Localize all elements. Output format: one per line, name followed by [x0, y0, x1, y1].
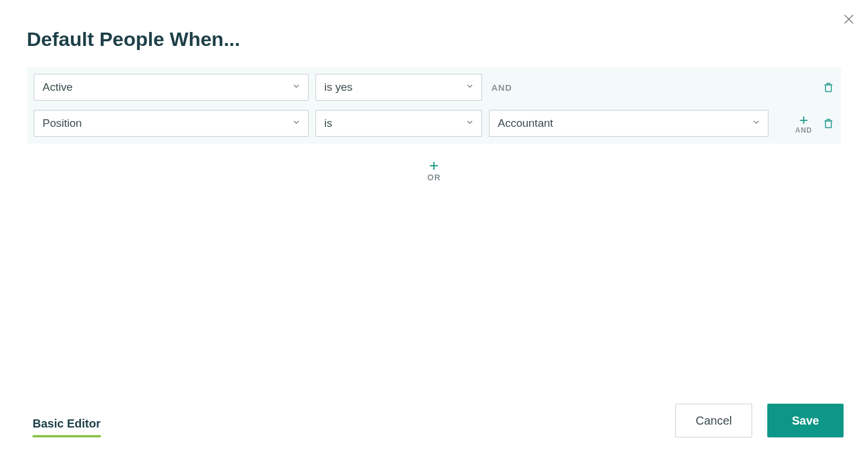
trash-icon: [823, 117, 834, 130]
conjunction-label: AND: [491, 83, 512, 92]
chevron-down-icon: [465, 117, 474, 130]
chevron-down-icon: [752, 117, 761, 130]
add-and-button[interactable]: + AND: [795, 112, 812, 134]
filter-row: Position is Accountant: [34, 110, 834, 137]
plus-icon: +: [799, 112, 808, 127]
chevron-down-icon: [292, 117, 301, 130]
close-button[interactable]: [842, 13, 855, 28]
save-button[interactable]: Save: [767, 404, 844, 437]
page-title: Default People When...: [27, 28, 841, 51]
trash-icon: [823, 81, 834, 94]
chevron-down-icon: [465, 81, 474, 94]
operator-select-value: is: [324, 117, 332, 130]
operator-select-value: is yes: [324, 81, 353, 94]
footer: Basic Editor Cancel Save: [0, 404, 868, 437]
operator-select[interactable]: is yes: [316, 74, 482, 101]
filter-row: Active is yes AND: [34, 74, 834, 101]
value-select-value: Accountant: [498, 117, 553, 130]
field-select-value: Position: [42, 117, 82, 130]
cancel-button[interactable]: Cancel: [675, 404, 752, 437]
add-or-label: OR: [427, 173, 441, 182]
basic-editor-link[interactable]: Basic Editor: [33, 417, 101, 437]
close-icon: [842, 13, 855, 26]
value-select[interactable]: Accountant: [489, 110, 768, 137]
operator-select[interactable]: is: [316, 110, 482, 137]
add-or-button[interactable]: + OR: [27, 158, 841, 182]
chevron-down-icon: [292, 81, 301, 94]
filter-group: Active is yes AND: [27, 67, 841, 144]
plus-icon: +: [429, 158, 438, 174]
field-select[interactable]: Position: [34, 110, 309, 137]
delete-row-button[interactable]: [823, 81, 834, 94]
footer-buttons: Cancel Save: [675, 404, 844, 437]
field-select[interactable]: Active: [34, 74, 309, 101]
add-and-label: AND: [795, 126, 812, 134]
delete-row-button[interactable]: [823, 117, 834, 130]
field-select-value: Active: [42, 81, 73, 94]
